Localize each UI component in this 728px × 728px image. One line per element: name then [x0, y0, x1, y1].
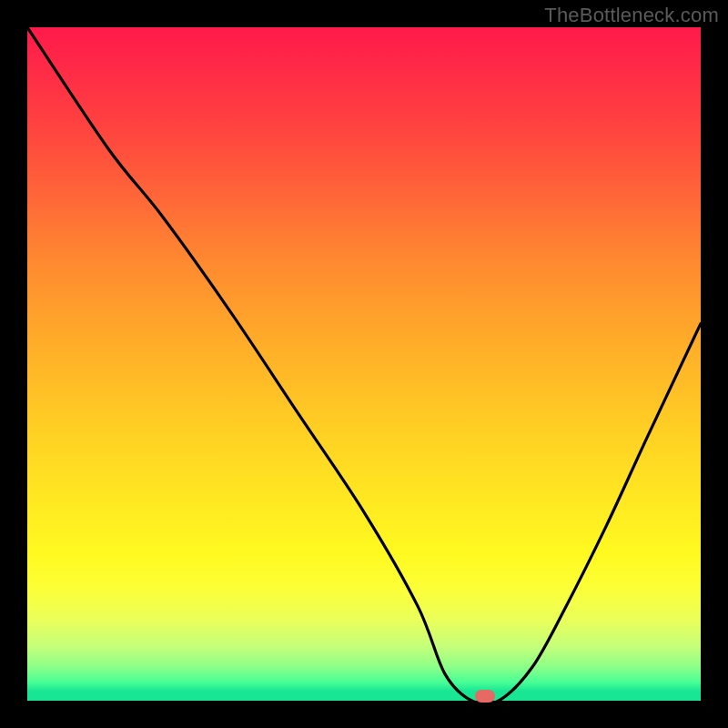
optimum-marker	[475, 690, 495, 703]
chart-frame: TheBottleneck.com	[0, 0, 728, 728]
watermark-text: TheBottleneck.com	[544, 4, 719, 27]
plot-area	[27, 27, 701, 701]
gradient-background	[27, 27, 701, 701]
